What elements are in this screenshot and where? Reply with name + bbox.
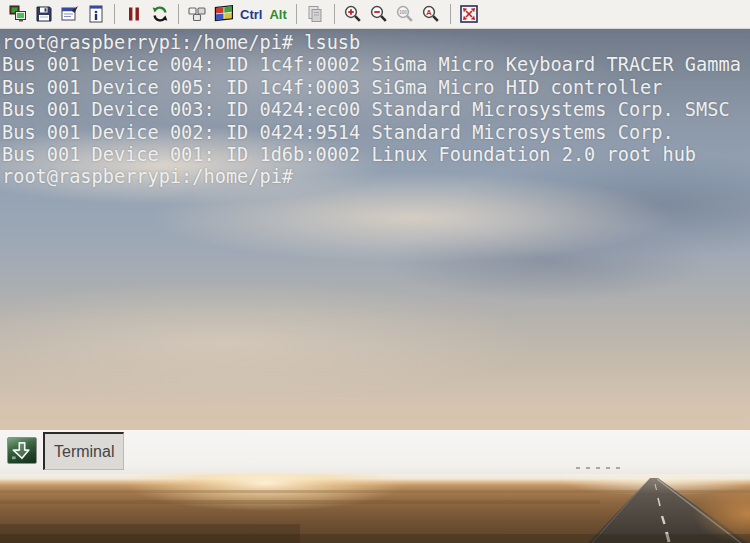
magnifier-plus-icon <box>342 4 364 24</box>
refresh-arrows-icon <box>150 4 170 24</box>
launcher-button[interactable] <box>7 437 37 464</box>
taskbar-item-label: Terminal <box>54 443 114 461</box>
terminal-line: Bus 001 Device 002: ID 0424:9514 Standar… <box>2 122 750 144</box>
keyboard-keys-icon <box>187 4 209 24</box>
toolbar: Ctrl Alt <box>0 0 750 29</box>
terminal-line: Bus 001 Device 005: ID 1c4f:0003 SiGma M… <box>2 77 750 99</box>
terminal-line: Bus 001 Device 001: ID 1d6b:0002 Linux F… <box>2 144 750 166</box>
save-session-button[interactable] <box>31 2 56 27</box>
new-connection-button[interactable] <box>5 2 30 27</box>
toolbar-separator <box>450 4 451 24</box>
zoom-auto-button[interactable]: A <box>419 2 444 27</box>
magnifier-a-icon: A <box>420 4 442 24</box>
toolbar-separator <box>334 4 335 24</box>
fullscreen-arrows-icon <box>459 4 479 24</box>
svg-text:100: 100 <box>399 10 407 15</box>
zoom-out-button[interactable] <box>367 2 392 27</box>
zoom-in-button[interactable] <box>341 2 366 27</box>
svg-text:A: A <box>427 8 433 17</box>
pause-bars-icon <box>125 5 143 23</box>
taskbar-grip-handle[interactable] <box>576 467 620 469</box>
zoom-100-button: 100 <box>393 2 418 27</box>
green-down-arrow-icon <box>11 441 33 461</box>
connection-info-button[interactable] <box>83 2 108 27</box>
terminal-line: Bus 001 Device 004: ID 1c4f:0002 SiGma M… <box>2 54 750 76</box>
terminal-line: root@raspberrypi:/home/pi# lsusb <box>2 32 750 54</box>
terminal-prompt-line: root@raspberrypi:/home/pi# <box>2 166 750 188</box>
ctrl-toggle-button[interactable]: Ctrl <box>237 7 265 22</box>
send-ctrl-esc-button[interactable] <box>211 2 236 27</box>
magnifier-100-icon: 100 <box>394 4 416 24</box>
file-transfer-button <box>303 2 328 27</box>
windows-flag-icon <box>213 4 235 24</box>
connection-options-button[interactable] <box>57 2 82 27</box>
refresh-button[interactable] <box>147 2 172 27</box>
taskbar-item-terminal[interactable]: Terminal <box>43 432 124 470</box>
window-options-icon <box>60 4 80 24</box>
send-ctrl-alt-del-button[interactable] <box>185 2 210 27</box>
floppy-disk-icon <box>34 4 54 24</box>
magnifier-minus-icon <box>368 4 390 24</box>
toolbar-separator <box>114 4 115 24</box>
taskbar: Terminal <box>0 430 750 474</box>
desktop-wallpaper-road <box>0 474 750 543</box>
road-landscape-graphic <box>0 474 750 543</box>
vnc-viewer-window: Ctrl Alt <box>0 0 750 543</box>
info-document-icon <box>86 4 106 24</box>
alt-toggle-button[interactable]: Alt <box>266 7 289 22</box>
fullscreen-button[interactable] <box>457 2 482 27</box>
toolbar-separator <box>296 4 297 24</box>
terminal-line: Bus 001 Device 003: ID 0424:ec00 Standar… <box>2 99 750 121</box>
toolbar-separator <box>178 4 179 24</box>
terminal-output[interactable]: root@raspberrypi:/home/pi# lsusb Bus 001… <box>0 29 750 199</box>
pause-button[interactable] <box>121 2 146 27</box>
copy-documents-icon <box>305 4 325 24</box>
monitors-icon <box>8 4 28 24</box>
